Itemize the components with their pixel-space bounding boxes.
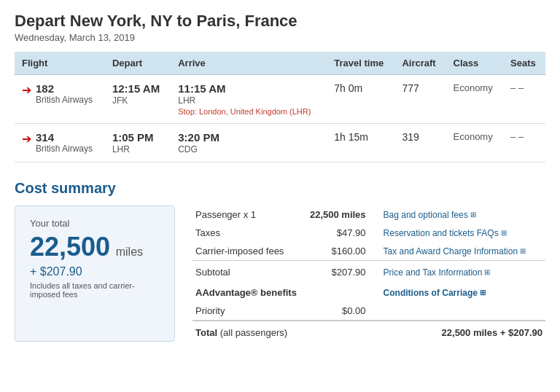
- table-header-row: Flight Depart Arrive Travel time Aircraf…: [15, 52, 545, 75]
- cost-link-price-tax[interactable]: Price and Tax Information ⊞: [369, 261, 545, 282]
- arrive-cell-0: 11:15 AM LHR Stop: London, United Kingdo…: [171, 75, 327, 124]
- cash-amount: + $207.90: [30, 265, 160, 278]
- page-subtitle: Wednesday, March 13, 2019: [15, 32, 545, 43]
- col-arrive: Arrive: [171, 52, 327, 75]
- flight-airline: British Airways: [36, 95, 93, 105]
- class-value: Economy: [454, 131, 497, 142]
- cost-label-carrier: Carrier-imposed fees: [192, 242, 300, 261]
- cost-row-carrier: Carrier-imposed fees $160.00 Tax and Awa…: [192, 242, 545, 261]
- page-header: Depart New York, NY to Paris, France Wed…: [15, 12, 545, 43]
- cost-section: Your total 22,500 miles + $207.90 Includ…: [15, 205, 545, 342]
- cost-label-taxes: Taxes: [192, 224, 300, 242]
- page-title: Depart New York, NY to Paris, France: [15, 12, 545, 31]
- flight-table: Flight Depart Arrive Travel time Aircraf…: [15, 52, 545, 162]
- flight-cell-0: ➔ 182 British Airways: [15, 75, 105, 124]
- aircraft-number: 777: [402, 82, 438, 94]
- external-icon: ⊞: [480, 289, 486, 297]
- class-cell-1: Economy: [446, 124, 504, 162]
- col-aircraft: Aircraft: [394, 52, 446, 75]
- seats-cell-0: – –: [503, 75, 545, 124]
- travel-time-cell-1: 1h 15m: [327, 124, 394, 162]
- cost-row-taxes: Taxes $47.90 Reservation and tickets FAQ…: [192, 224, 545, 242]
- miles-display: 22,500 miles: [30, 232, 160, 262]
- col-depart: Depart: [105, 52, 171, 75]
- cost-amount-total: 22,500 miles + $207.90: [300, 321, 545, 342]
- cost-amount-subtotal: $207.90: [300, 261, 368, 282]
- cost-link-reservation[interactable]: Reservation and tickets FAQs ⊞: [369, 224, 545, 242]
- cost-row-priority: Priority $0.00: [192, 302, 545, 321]
- cost-row-passenger: Passenger x 1 22,500 miles Bag and optio…: [192, 205, 545, 224]
- flight-cell-1: ➔ 314 British Airways: [15, 124, 105, 162]
- cash-subtext: Includes all taxes and carrier-imposed f…: [30, 281, 160, 299]
- miles-label: miles: [116, 246, 143, 258]
- cost-link-tax-award[interactable]: Tax and Award Charge Information ⊞: [369, 242, 545, 261]
- cost-detail: Passenger x 1 22,500 miles Bag and optio…: [192, 205, 545, 342]
- seats-value: – –: [510, 82, 538, 93]
- flight-number-text: 182: [36, 82, 93, 95]
- col-seats: Seats: [503, 52, 545, 75]
- cost-amount-passenger: 22,500 miles: [300, 205, 368, 224]
- flight-number-text: 314: [36, 131, 93, 144]
- cost-label-subtotal: Subtotal: [192, 261, 300, 282]
- your-total-label: Your total: [30, 218, 160, 229]
- depart-time: 12:15 AM: [112, 82, 163, 95]
- flight-arrow-icon: ➔: [22, 83, 31, 97]
- cost-label-benefits: AAdvantage® benefits: [192, 281, 369, 302]
- cost-row-total: Total (all passengers) 22,500 miles + $2…: [192, 321, 545, 342]
- cost-amount-priority: $0.00: [300, 302, 368, 321]
- class-cell-0: Economy: [446, 75, 504, 124]
- depart-cell-0: 12:15 AM JFK: [105, 75, 171, 124]
- depart-airport: LHR: [112, 144, 163, 154]
- table-row: ➔ 182 British Airways 12:15 AM JFK 11:15…: [15, 75, 545, 124]
- seats-cell-1: – –: [503, 124, 545, 162]
- depart-airport: JFK: [112, 95, 163, 106]
- your-total-box: Your total 22,500 miles + $207.90 Includ…: [15, 205, 175, 342]
- travel-time: 7h 0m: [334, 82, 387, 94]
- arrive-cell-1: 3:20 PM CDG: [171, 124, 327, 162]
- stop-info: Stop: London, United Kingdom (LHR): [178, 107, 319, 116]
- cost-link-carriage[interactable]: Conditions of Carriage ⊞: [369, 281, 545, 302]
- cost-rows-table: Passenger x 1 22,500 miles Bag and optio…: [192, 205, 545, 342]
- arrive-time: 3:20 PM: [178, 131, 319, 144]
- arrive-time: 11:15 AM: [178, 82, 319, 95]
- aircraft-number: 319: [402, 131, 438, 143]
- flight-airline: British Airways: [36, 144, 93, 154]
- col-flight: Flight: [15, 52, 105, 75]
- depart-cell-1: 1:05 PM LHR: [105, 124, 171, 162]
- cost-label-priority: Priority: [192, 302, 300, 321]
- external-icon: ⊞: [470, 211, 476, 219]
- arrive-airport: CDG: [178, 144, 319, 154]
- external-icon: ⊞: [484, 268, 490, 276]
- cost-link-bag[interactable]: Bag and optional fees ⊞: [369, 205, 545, 224]
- table-row: ➔ 314 British Airways 1:05 PM LHR 3:20 P…: [15, 124, 545, 162]
- depart-time: 1:05 PM: [112, 131, 163, 144]
- aircraft-cell-1: 319: [394, 124, 446, 162]
- arrive-airport: LHR: [178, 95, 319, 106]
- cost-row-benefits-header: AAdvantage® benefits Conditions of Carri…: [192, 281, 545, 302]
- class-value: Economy: [454, 82, 497, 93]
- col-class: Class: [446, 52, 504, 75]
- travel-time: 1h 15m: [334, 131, 387, 143]
- cost-section-title: Cost summary: [15, 180, 545, 197]
- external-icon: ⊞: [501, 229, 507, 237]
- external-icon: ⊞: [520, 247, 526, 255]
- cost-label-total: Total (all passengers): [192, 321, 300, 342]
- col-travel-time: Travel time: [327, 52, 394, 75]
- travel-time-cell-0: 7h 0m: [327, 75, 394, 124]
- miles-amount: 22,500: [30, 232, 110, 262]
- cost-amount-taxes: $47.90: [300, 224, 368, 242]
- seats-value: – –: [510, 131, 538, 142]
- cost-label-passenger: Passenger x 1: [192, 205, 300, 224]
- cost-amount-carrier: $160.00: [300, 242, 368, 261]
- aircraft-cell-0: 777: [394, 75, 446, 124]
- flight-arrow-icon: ➔: [22, 132, 31, 146]
- cost-row-subtotal: Subtotal $207.90 Price and Tax Informati…: [192, 261, 545, 282]
